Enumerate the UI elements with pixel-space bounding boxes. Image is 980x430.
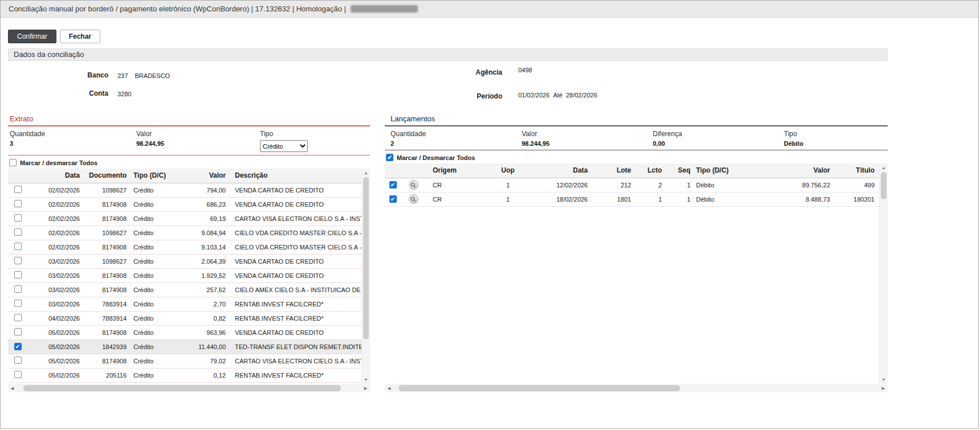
- scroll-left-icon[interactable]: ◀: [385, 384, 393, 392]
- extrato-row[interactable]: 03/02/20261098627Crédito2.064,39VENDA CA…: [8, 254, 361, 268]
- lancamentos-horizontal-scrollbar[interactable]: ◀ ▶: [385, 384, 888, 392]
- col-data: Data: [27, 169, 82, 183]
- cell-documento: 1842939: [82, 339, 129, 354]
- lancamentos-marcar-label: Marcar / Desmarcar Todos: [397, 154, 475, 161]
- scrollbar-thumb[interactable]: [23, 385, 341, 391]
- cell-tipo: Débito: [693, 178, 750, 192]
- cell-seq: 1: [664, 178, 693, 192]
- scroll-right-icon[interactable]: ▶: [879, 384, 888, 392]
- cell-documento: 8174908: [82, 197, 129, 211]
- scroll-left-icon[interactable]: ◀: [8, 384, 17, 392]
- cell-origem: CR: [426, 192, 474, 206]
- cell-valor: 0,82: [182, 311, 228, 325]
- cell-data: 02/02/2026: [27, 240, 82, 254]
- row-checkbox[interactable]: [14, 243, 22, 250]
- cell-lcto: 1: [633, 192, 664, 206]
- header-zoom-col: [401, 163, 426, 178]
- extrato-row[interactable]: 04/02/20267883914Crédito0,82RENTAB.INVES…: [8, 311, 361, 325]
- cell-documento: 7883914: [82, 311, 129, 325]
- row-checkbox[interactable]: [14, 371, 22, 378]
- extrato-row[interactable]: 05/02/20268174908Crédito963,96VENDA CART…: [8, 325, 361, 339]
- col-titulo: Título: [832, 163, 879, 178]
- lancamentos-marcar-checkbox[interactable]: ✔: [386, 154, 393, 161]
- row-checkbox[interactable]: [14, 214, 22, 222]
- row-checkbox[interactable]: ✔: [389, 181, 397, 189]
- extrato-row[interactable]: 02/02/20261098627Crédito794,00VENDA CART…: [8, 183, 361, 197]
- cell-documento: 8174908: [82, 211, 129, 226]
- col-tipo: Tipo (D/C): [129, 169, 182, 183]
- cell-valor: 11.440,00: [182, 339, 228, 354]
- row-checkbox[interactable]: [14, 357, 22, 364]
- scroll-down-icon[interactable]: ▼: [880, 375, 888, 384]
- cell-origem: CR: [426, 178, 474, 192]
- cell-documento: 1098627: [82, 183, 129, 197]
- extrato-row[interactable]: 02/02/20268174908Crédito686,23VENDA CART…: [8, 197, 361, 211]
- cell-titulo: 180201: [832, 192, 879, 206]
- extrato-horizontal-scrollbar[interactable]: ◀ ▶: [8, 384, 370, 392]
- row-checkbox[interactable]: [14, 228, 22, 236]
- scroll-up-icon[interactable]: ▲: [362, 169, 370, 177]
- cell-data: 02/02/2026: [27, 183, 82, 197]
- row-checkbox[interactable]: [14, 186, 22, 193]
- page-title: Conciliação manual por borderô / pagamen…: [9, 5, 346, 13]
- lancamentos-vertical-scrollbar[interactable]: ▲ ▼: [879, 163, 888, 384]
- extrato-row[interactable]: 02/02/20268174908Crédito9.103,14CIELO VD…: [8, 240, 361, 254]
- extrato-row[interactable]: ✔05/02/20261842939Crédito11.440,00TED-TR…: [8, 339, 361, 354]
- periodo-value: 01/02/2026 Até 28/02/2026: [518, 92, 597, 99]
- cell-tipo: Crédito: [129, 311, 182, 325]
- confirm-button[interactable]: Confirmar: [8, 30, 56, 43]
- lancamento-row[interactable]: ✔CR118/02/2026180111Débito8.488,73180201: [385, 192, 879, 206]
- row-checkbox[interactable]: [14, 271, 22, 279]
- close-button[interactable]: Fechar: [60, 30, 100, 43]
- extrato-row[interactable]: 02/02/20268174908Crédito69,19CARTAO VISA…: [8, 211, 361, 226]
- scrollbar-track[interactable]: [362, 177, 370, 375]
- row-checkbox[interactable]: ✔: [389, 195, 397, 203]
- tipo-select[interactable]: Crédito: [260, 140, 308, 152]
- scroll-right-icon[interactable]: ▶: [361, 384, 370, 392]
- scrollbar-track[interactable]: [393, 384, 879, 392]
- cell-tipo: Crédito: [129, 297, 182, 311]
- row-checkbox[interactable]: [14, 328, 22, 335]
- cell-descricao: RENTAB.INVEST FACILCRED*: [228, 311, 361, 325]
- cell-uop: 1: [474, 192, 542, 206]
- cell-descricao: VENDA CARTAO DE CREDITO: [228, 197, 361, 211]
- magnifier-icon[interactable]: [409, 194, 418, 204]
- col-valor: Valor: [750, 163, 832, 178]
- extrato-row[interactable]: 03/02/20268174908Crédito1.929,52VENDA CA…: [8, 268, 361, 282]
- row-checkbox[interactable]: ✔: [14, 343, 22, 350]
- row-checkbox[interactable]: [14, 200, 22, 207]
- cell-valor: 0,12: [182, 368, 228, 382]
- scrollbar-thumb[interactable]: [363, 177, 369, 339]
- extrato-row[interactable]: 05/02/20268174908Crédito79,02CARTAO VISA…: [8, 354, 361, 368]
- col-lcto: Lcto: [633, 163, 664, 178]
- periodo-label: Período: [458, 92, 502, 100]
- extrato-row[interactable]: 03/02/20267883914Crédito2,70RENTAB.INVES…: [8, 297, 361, 311]
- row-checkbox[interactable]: [14, 314, 22, 321]
- row-checkbox[interactable]: [14, 285, 22, 293]
- cell-data: 04/02/2026: [27, 311, 82, 325]
- scrollbar-track[interactable]: [17, 384, 361, 392]
- col-tipo: Tipo (D/C): [693, 163, 750, 178]
- extrato-table: Data Documento Tipo (D/C) Valor Descriçã…: [8, 169, 361, 384]
- col-descricao: Descrição: [228, 169, 361, 183]
- diferenca-label: Diferença: [653, 130, 784, 138]
- lancamento-row[interactable]: ✔CR112/02/202621221Débito89.756,22499: [385, 178, 879, 192]
- scrollbar-track[interactable]: [880, 172, 888, 375]
- extrato-row[interactable]: 03/02/20268174908Crédito257,62CIELO AMEX…: [8, 282, 361, 297]
- row-checkbox[interactable]: [14, 257, 22, 264]
- scroll-up-icon[interactable]: ▲: [880, 163, 888, 172]
- col-lote: Lote: [590, 163, 633, 178]
- cell-valor: 257,62: [182, 282, 228, 297]
- extrato-vertical-scrollbar[interactable]: ▲ ▼: [361, 169, 370, 384]
- cell-descricao: CIELO VDA CREDITO MASTER CIELO S.A - INS: [228, 240, 361, 254]
- scroll-down-icon[interactable]: ▼: [362, 375, 370, 384]
- scrollbar-thumb[interactable]: [881, 172, 887, 199]
- scrollbar-thumb[interactable]: [398, 385, 680, 391]
- extrato-row[interactable]: 05/02/2026205116Crédito0,12RENTAB.INVEST…: [8, 368, 361, 382]
- magnifier-icon[interactable]: [409, 180, 418, 190]
- cell-descricao: VENDA CARTAO DE CREDITO: [228, 268, 361, 282]
- extrato-marcar-checkbox[interactable]: [9, 159, 17, 166]
- extrato-row[interactable]: 02/02/20261098627Crédito9.084,94CIELO VD…: [8, 226, 361, 240]
- lancamentos-title: Lançamentos: [385, 112, 888, 126]
- row-checkbox[interactable]: [14, 300, 22, 307]
